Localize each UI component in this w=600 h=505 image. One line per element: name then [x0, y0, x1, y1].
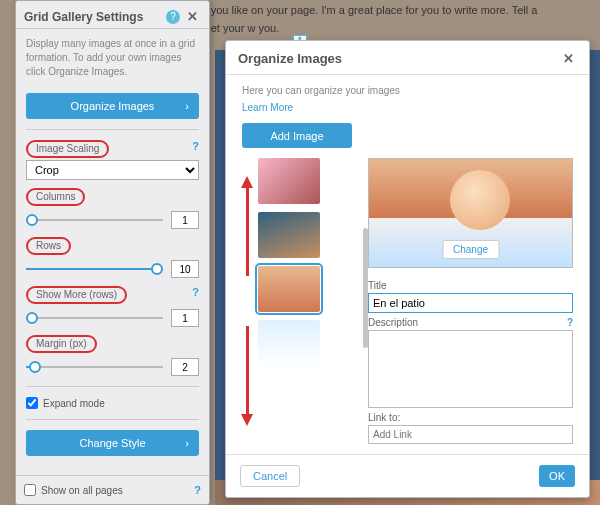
page-background-text: anywhere you like on your page. I'm a gr… — [160, 2, 560, 37]
show-more-slider[interactable] — [26, 311, 163, 325]
columns-value[interactable] — [171, 211, 199, 229]
rows-label: Rows — [26, 237, 71, 255]
add-image-button[interactable]: Add Image — [242, 123, 352, 148]
reorder-arrows — [242, 158, 252, 444]
show-more-value[interactable] — [171, 309, 199, 327]
title-label: Title — [368, 280, 387, 291]
help-icon[interactable]: ? — [194, 484, 201, 496]
link-to-label: Link to: — [368, 412, 400, 423]
thumbnail-1[interactable] — [258, 158, 320, 204]
help-icon[interactable]: ? — [192, 286, 199, 298]
grid-gallery-settings-panel: Grid Gallery Settings ? ✕ Display many i… — [15, 0, 210, 505]
image-thumbnails — [258, 158, 354, 444]
help-icon[interactable]: ? — [166, 10, 180, 24]
cancel-button[interactable]: Cancel — [240, 465, 300, 487]
organize-images-modal: Organize Images ✕ Here you can organize … — [225, 40, 590, 498]
help-icon[interactable]: ? — [567, 317, 573, 328]
rows-slider[interactable] — [26, 262, 163, 276]
link-input[interactable] — [368, 425, 573, 444]
description-label: Description — [368, 317, 418, 328]
image-scaling-select[interactable]: Crop — [26, 160, 199, 180]
title-input[interactable] — [368, 293, 573, 313]
help-icon[interactable]: ? — [192, 140, 199, 152]
learn-more-link[interactable]: Learn More — [242, 102, 573, 113]
chevron-right-icon: › — [185, 437, 189, 449]
image-scaling-label: Image Scaling — [26, 140, 109, 158]
margin-value[interactable] — [171, 358, 199, 376]
thumbnail-3-selected[interactable] — [258, 266, 320, 312]
image-scaling-section: Image Scaling ? Crop — [26, 140, 199, 180]
ok-button[interactable]: OK — [539, 465, 575, 487]
expand-mode-checkbox[interactable]: Expand mode — [26, 397, 199, 409]
show-on-all-pages-checkbox[interactable]: Show on all pages — [24, 484, 123, 496]
modal-title: Organize Images — [238, 51, 560, 66]
panel-title: Grid Gallery Settings — [24, 10, 162, 24]
columns-label: Columns — [26, 188, 85, 206]
thumbnail-2[interactable] — [258, 212, 320, 258]
panel-description: Display many images at once in a grid fo… — [26, 37, 199, 79]
arrow-down-icon — [242, 316, 252, 426]
image-preview: Change — [368, 158, 573, 268]
arrow-up-icon — [242, 176, 252, 286]
organize-images-button[interactable]: Organize Images› — [26, 93, 199, 119]
change-style-button[interactable]: Change Style› — [26, 430, 199, 456]
change-image-button[interactable]: Change — [442, 240, 499, 259]
modal-subtitle: Here you can organize your images — [242, 85, 573, 96]
margin-slider[interactable] — [26, 360, 163, 374]
columns-slider[interactable] — [26, 213, 163, 227]
rows-value[interactable] — [171, 260, 199, 278]
chevron-right-icon: › — [185, 100, 189, 112]
thumbnail-4[interactable] — [258, 320, 320, 366]
close-icon[interactable]: ✕ — [560, 51, 577, 66]
columns-section: Columns — [26, 188, 199, 229]
show-more-section: Show More (rows) ? — [26, 286, 199, 327]
margin-section: Margin (px) — [26, 335, 199, 376]
description-textarea[interactable] — [368, 330, 573, 408]
close-icon[interactable]: ✕ — [184, 9, 201, 24]
show-more-label: Show More (rows) — [26, 286, 127, 304]
margin-label: Margin (px) — [26, 335, 97, 353]
rows-section: Rows — [26, 237, 199, 278]
